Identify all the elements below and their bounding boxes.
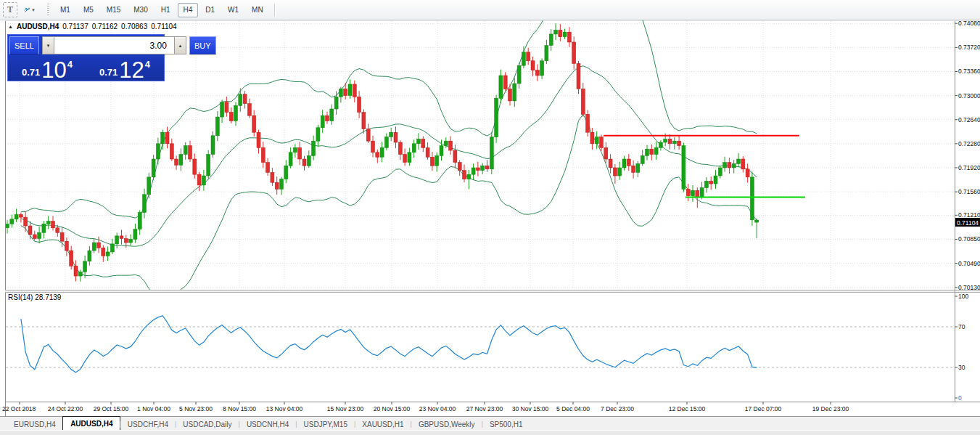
- buy-button[interactable]: BUY: [189, 36, 216, 54]
- chart-tab-sp500-h1[interactable]: SP500,H1: [482, 418, 531, 431]
- candle-body: [179, 155, 183, 166]
- timeframe-button-mn[interactable]: MN: [246, 3, 269, 17]
- sell-price-point: 4: [67, 59, 73, 70]
- candle-body: [28, 226, 32, 235]
- candle-body: [284, 166, 288, 179]
- candle-body: [586, 114, 590, 132]
- time-axis-label: 30 Nov 15:00: [512, 405, 549, 412]
- candle-body: [170, 144, 173, 159]
- symbol-period-label: AUDUSD,H4: [17, 23, 59, 31]
- candle-body: [312, 141, 316, 155]
- timeframe-button-h1[interactable]: H1: [155, 3, 176, 17]
- timeframe-button-m5[interactable]: M5: [78, 3, 99, 17]
- time-axis-label: 1 Nov 04:00: [137, 405, 170, 412]
- candle-body: [421, 139, 425, 147]
- timeframe-button-w1[interactable]: W1: [222, 3, 244, 17]
- rsi-axis-label: 30: [958, 364, 965, 371]
- sell-button[interactable]: SELL: [9, 36, 39, 54]
- timeframe-button-m1[interactable]: M1: [54, 3, 76, 17]
- candle-body: [189, 146, 192, 159]
- price-axis-label: 0.71560: [958, 188, 980, 195]
- candle-body: [266, 163, 270, 173]
- candle-body: [124, 239, 128, 243]
- candle-body: [211, 136, 215, 155]
- timeframe-button-m15[interactable]: M15: [101, 3, 126, 17]
- candle-body: [440, 146, 443, 156]
- chart-tab-usdchf-h4[interactable]: USDCHF,H4: [120, 418, 176, 431]
- rsi-axis-label: 0: [958, 394, 962, 402]
- candle-body: [472, 168, 475, 174]
- candle-body: [60, 232, 64, 241]
- candle-body: [215, 117, 219, 136]
- candle-body: [622, 159, 626, 168]
- time-axis-label: 13 Nov 04:00: [266, 405, 303, 412]
- candle-body: [138, 213, 141, 229]
- candle-body: [467, 174, 471, 179]
- chart-tab-usdcad-daily[interactable]: USDCAD,Daily: [175, 418, 239, 431]
- candle-body: [330, 109, 334, 121]
- candle-body: [613, 168, 617, 176]
- candle-body: [353, 84, 356, 97]
- candle-body: [339, 89, 342, 97]
- chart-tab-gbpusd-weekly[interactable]: GBPUSD,Weekly: [411, 418, 483, 431]
- chart-tab-eurusd-h4[interactable]: EURUSD,H4: [6, 418, 64, 431]
- chart-tab-usdcnh-h4[interactable]: USDCNH,H4: [239, 418, 297, 431]
- candle-body: [728, 163, 731, 168]
- candle-body: [581, 89, 585, 114]
- candle-body: [380, 147, 384, 157]
- price-axis-label: 0.73000: [958, 92, 980, 99]
- candle-body: [641, 155, 644, 163]
- candle-body: [38, 232, 41, 238]
- candle-body: [302, 159, 306, 166]
- time-axis-label: 12 Dec 15:00: [669, 405, 706, 412]
- volume-increase-button[interactable]: ▲: [174, 36, 186, 54]
- candle-body: [102, 248, 105, 256]
- volume-decrease-button[interactable]: ▼: [42, 36, 54, 54]
- candle-body: [476, 168, 479, 171]
- time-axis-label: 7 Dec 23:00: [601, 405, 634, 412]
- candle-body: [15, 214, 18, 219]
- toolbar-drag-handle[interactable]: [47, 4, 49, 16]
- candle-body: [513, 84, 516, 101]
- candle-body: [6, 224, 9, 228]
- candle-body: [627, 159, 630, 166]
- candle-body: [74, 266, 78, 276]
- time-axis-label: 27 Nov 23:00: [466, 405, 503, 412]
- cursor-arrows-button[interactable]: ▼: [19, 2, 41, 17]
- candle-body: [362, 113, 366, 129]
- candle-body: [19, 214, 22, 217]
- candle-body: [384, 137, 388, 148]
- text-tool-button[interactable]: T: [3, 2, 17, 17]
- chevron-down-icon: ▼: [31, 8, 36, 12]
- candle-body: [595, 137, 598, 144]
- chart-tab-xauusd-h1[interactable]: XAUUSD,H1: [354, 418, 411, 431]
- timeframe-button-d1[interactable]: D1: [199, 3, 221, 17]
- chart-tab-audusd-h4[interactable]: AUDUSD,H4: [62, 416, 120, 431]
- timeframe-button-m30[interactable]: M30: [128, 3, 153, 17]
- candle-body: [449, 141, 453, 150]
- candle-body: [257, 132, 260, 147]
- candle-body: [723, 163, 727, 168]
- rsi-axis-label: 100: [958, 293, 968, 300]
- buy-price-display[interactable]: 0.71 12 4: [87, 55, 162, 81]
- one-click-trading-panel: SELL ▼ ▲ BUY 0.71 10 4 0.71 12 4: [7, 34, 165, 81]
- candle-body: [289, 153, 292, 166]
- timeframe-button-h4[interactable]: H4: [178, 3, 199, 17]
- candle-body: [156, 144, 160, 159]
- candle-body: [654, 147, 658, 154]
- candle-body: [572, 42, 576, 63]
- buy-price-prefix: 0.71: [99, 67, 118, 78]
- candle-body: [508, 89, 512, 101]
- candle-body: [129, 239, 133, 243]
- candle-body: [161, 132, 165, 144]
- candle-body: [746, 169, 749, 177]
- candle-body: [65, 241, 68, 251]
- sell-price-display[interactable]: 0.71 10 4: [9, 55, 85, 81]
- chart-tab-usdjpy-m15[interactable]: USDJPY,M15: [296, 418, 355, 431]
- volume-input[interactable]: [54, 36, 174, 54]
- candle-body: [709, 181, 713, 184]
- candle-body: [120, 236, 123, 239]
- candle-body: [495, 98, 498, 137]
- candle-body: [42, 224, 46, 232]
- candle-body: [110, 244, 114, 252]
